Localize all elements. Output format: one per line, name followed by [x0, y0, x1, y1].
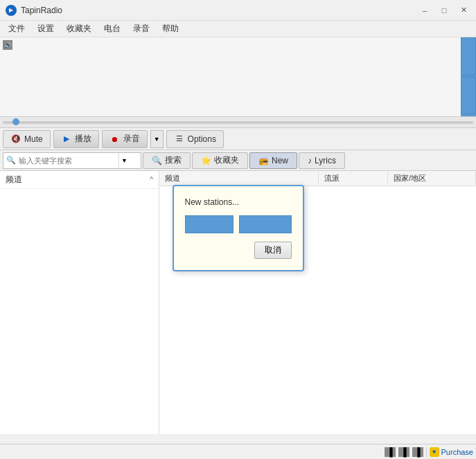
title-bar: TapinRadio – □ ✕ — [0, 0, 476, 21]
progress-area[interactable] — [0, 117, 476, 128]
title-left: TapinRadio — [6, 5, 62, 16]
level-meter — [461, 37, 476, 116]
favorites-button[interactable]: ⭐ 收藏夹 — [192, 152, 248, 169]
status-bar: ▐ ▐ ▐ ★ Purchase — [0, 444, 476, 459]
window-controls: – □ ✕ — [418, 3, 470, 17]
search-button[interactable]: 🔍 搜索 — [143, 152, 191, 169]
record-button[interactable]: ⏺ 录音 — [102, 130, 148, 148]
menu-record[interactable]: 录音 — [127, 21, 155, 36]
station-icon: 🔊 — [3, 40, 12, 50]
close-button[interactable]: ✕ — [457, 3, 470, 17]
cancel-button[interactable]: 取消 — [254, 242, 292, 259]
new-button[interactable]: 📻 New — [249, 152, 297, 169]
options-button[interactable]: ☰ Options — [166, 130, 224, 148]
play-icon: ▶ — [61, 134, 72, 145]
lyrics-button[interactable]: ♪ Lyrics — [299, 152, 345, 169]
play-button[interactable]: ▶ 播放 — [53, 130, 99, 148]
mute-icon: 🔇 — [10, 134, 21, 145]
progress-track[interactable] — [3, 121, 473, 124]
table-area: 频道 流派 国家/地区 New stations... 取消 — [159, 171, 476, 434]
record-dropdown[interactable]: ▼ — [150, 130, 164, 148]
search-btn-icon: 🔍 — [152, 156, 162, 165]
favorites-icon: ⭐ — [201, 156, 211, 165]
new-stations-dialog: New stations... 取消 — [173, 185, 304, 271]
menu-settings[interactable]: 设置 — [32, 21, 60, 36]
dialog-input-field-2[interactable] — [239, 215, 292, 233]
purchase-link[interactable]: ★ Purchase — [430, 447, 473, 457]
purchase-icon: ★ — [430, 447, 439, 457]
main-content: 频道 ^ 频道 流派 国家/地区 New stations... 取消 — [0, 171, 476, 434]
search-icon: 🔍 — [6, 156, 16, 165]
level-bar-right — [461, 77, 476, 115]
search-dropdown-arrow[interactable]: ▼ — [118, 153, 130, 168]
status-separator — [426, 447, 427, 457]
dialog-overlay: New stations... 取消 — [159, 171, 476, 434]
level-bar-left — [461, 37, 476, 75]
menu-bar: 文件 设置 收藏夹 电台 录音 帮助 — [0, 21, 476, 37]
search-box[interactable]: 🔍 ▼ — [3, 152, 141, 169]
dialog-title: New stations... — [185, 197, 292, 207]
new-icon: 📻 — [258, 156, 269, 165]
menu-help[interactable]: 帮助 — [157, 21, 184, 36]
search-input[interactable] — [19, 156, 116, 165]
menu-file[interactable]: 文件 — [3, 21, 30, 36]
lyrics-icon: ♪ — [308, 156, 312, 165]
maximize-button[interactable]: □ — [437, 3, 451, 17]
app-title: TapinRadio — [21, 6, 62, 15]
status-icon-2: ▐ — [398, 447, 409, 457]
menu-favorites[interactable]: 收藏夹 — [61, 21, 97, 36]
app-icon — [6, 5, 17, 16]
visualization-area: 🔊 — [0, 37, 476, 117]
purchase-label[interactable]: Purchase — [441, 448, 473, 456]
menu-stations[interactable]: 电台 — [98, 21, 126, 36]
progress-thumb[interactable] — [12, 118, 19, 125]
status-icon-1: ▐ — [385, 447, 396, 457]
status-icon-3: ▐ — [412, 447, 423, 457]
dialog-input-field-1[interactable] — [185, 215, 233, 233]
record-icon: ⏺ — [109, 134, 121, 145]
nav-bar: 🔍 ▼ 🔍 搜索 ⭐ 收藏夹 📻 New ♪ Lyrics — [0, 150, 476, 171]
options-icon: ☰ — [174, 134, 185, 145]
minimize-button[interactable]: – — [418, 3, 432, 17]
toolbar: 🔇 Mute ▶ 播放 ⏺ 录音 ▼ ☰ Options — [0, 128, 476, 150]
dialog-cancel-area: 取消 — [185, 242, 292, 259]
mute-button[interactable]: 🔇 Mute — [3, 130, 51, 148]
dialog-inputs — [185, 215, 292, 233]
